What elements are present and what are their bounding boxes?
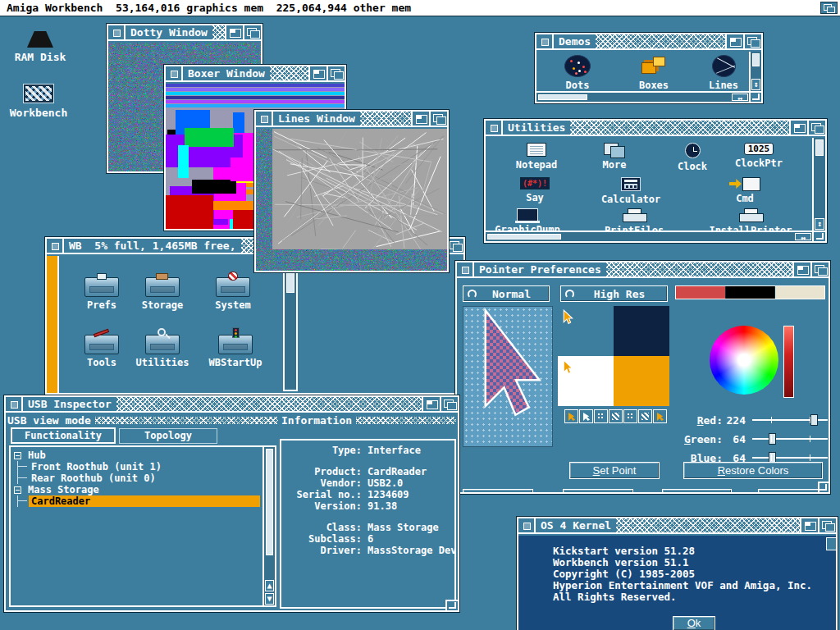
horizontal-scrollbar[interactable]: ↔	[536, 91, 749, 102]
restore-colors-button[interactable]: Restore Colors	[683, 462, 823, 479]
vertical-scroll-arrows-icon[interactable]: ↕	[815, 218, 824, 230]
vertical-scrollbar[interactable]: ↕	[812, 138, 825, 231]
depth-gadget-icon[interactable]	[326, 66, 345, 80]
wb-icon-system[interactable]: System	[201, 271, 265, 311]
zoom-gadget-icon[interactable]	[422, 397, 440, 411]
green-slider-thumb[interactable]	[769, 433, 776, 445]
close-gadget-icon[interactable]	[518, 518, 536, 532]
palette-red-swatch[interactable]	[676, 286, 726, 299]
cancel-button[interactable]: Cancel	[758, 489, 827, 492]
tab-high-res[interactable]: High Res	[560, 285, 668, 302]
titlebar-drag-area[interactable]	[116, 397, 422, 411]
wb-icon-utilities[interactable]: Utilities	[130, 328, 194, 368]
titlebar-drag-area[interactable]	[570, 121, 789, 135]
resize-gadget-icon[interactable]	[818, 482, 829, 492]
tab-normal[interactable]: Normal	[463, 285, 550, 302]
collapse-expander-icon[interactable]	[14, 486, 21, 494]
dotty-titlebar[interactable]: Dotty Window	[108, 25, 261, 41]
resize-gadget-icon[interactable]	[445, 600, 458, 610]
titlebar-drag-area[interactable]	[596, 34, 725, 48]
horizontal-scroll-arrows-icon[interactable]: ↔	[795, 233, 811, 240]
usb-titlebar[interactable]: USB Inspector	[6, 397, 458, 413]
utilities-icon-notepad[interactable]: Notepad	[500, 143, 573, 171]
resize-gadget-icon[interactable]	[749, 91, 761, 102]
tab-topology[interactable]: Topology	[119, 428, 217, 444]
resize-gadget-icon[interactable]	[812, 231, 825, 241]
pointer-tool-button-3[interactable]	[594, 409, 608, 423]
utilities-icon-clock[interactable]: Clock	[655, 143, 729, 172]
pointer-tool-button-2[interactable]	[579, 409, 593, 423]
save-button[interactable]: Save	[463, 489, 533, 492]
utilities-icon-say[interactable]: (#*)! Say	[498, 177, 572, 203]
set-point-button[interactable]: Set Point	[569, 462, 660, 479]
vertical-scroll-arrows-icon[interactable]: ↕	[751, 79, 760, 90]
wb-icon-tools[interactable]: Tools	[70, 328, 134, 368]
utilities-titlebar[interactable]: Utilities	[486, 121, 825, 136]
depth-gadget-icon[interactable]	[243, 25, 261, 39]
desktop-icon-workbench[interactable]: Workbench	[3, 84, 74, 119]
palette-cream-swatch[interactable]	[775, 286, 824, 299]
zoom-gadget-icon[interactable]	[308, 66, 326, 80]
green-slider[interactable]	[752, 432, 828, 445]
tree-vertical-scrollbar[interactable]: ▲ ▼	[262, 447, 275, 605]
demos-icon-lines[interactable]: Lines	[699, 55, 748, 91]
utilities-icon-clockptr[interactable]: 1025 ClockPtr	[721, 143, 797, 169]
left-scroll-fill-bar[interactable]	[47, 256, 59, 393]
ok-button[interactable]: Ok	[673, 616, 715, 630]
close-gadget-icon[interactable]	[486, 121, 503, 135]
depth-gadget-icon[interactable]	[810, 262, 829, 276]
close-gadget-icon[interactable]	[166, 66, 183, 80]
scroll-up-arrow-icon[interactable]: ▲	[265, 580, 274, 591]
use-button[interactable]: Use	[563, 489, 633, 492]
close-gadget-icon[interactable]	[47, 239, 64, 253]
color-intensity-slider[interactable]	[783, 326, 794, 398]
close-gadget-icon[interactable]	[108, 25, 126, 39]
horizontal-scroll-thumb[interactable]	[538, 94, 587, 100]
horizontal-scrollbar[interactable]: ↔	[486, 231, 812, 241]
horizontal-scroll-arrows-icon[interactable]: ↔	[732, 94, 748, 101]
palette-strip[interactable]	[675, 285, 825, 299]
tree-item-mass-storage[interactable]: Mass Storage	[11, 484, 275, 495]
color-wheel[interactable]	[710, 326, 778, 395]
red-slider[interactable]	[752, 413, 828, 427]
close-gadget-icon[interactable]	[457, 262, 474, 276]
depth-gadget-icon[interactable]	[429, 112, 447, 126]
pointer-edit-canvas[interactable]	[463, 306, 553, 447]
vertical-scroll-thumb[interactable]	[815, 139, 824, 156]
pointer-tool-button-4[interactable]	[609, 409, 623, 423]
vertical-scroll-thumb[interactable]	[286, 272, 294, 293]
pointer-tool-button-5[interactable]	[623, 409, 637, 423]
pointer-tool-button-6[interactable]	[638, 409, 652, 423]
zoom-gadget-icon[interactable]	[225, 25, 243, 39]
vertical-scroll-thumb[interactable]	[266, 449, 273, 555]
pointer-tool-button-1[interactable]	[564, 409, 578, 423]
pointer-tool-button-7[interactable]	[653, 409, 667, 423]
wb-icon-prefs[interactable]: Prefs	[70, 271, 134, 311]
zoom-gadget-icon[interactable]	[792, 262, 810, 276]
lines-titlebar[interactable]: Lines Window	[256, 112, 447, 127]
close-gadget-icon[interactable]	[256, 112, 273, 126]
horizontal-scroll-thumb[interactable]	[487, 234, 561, 240]
desktop-icon-ram-disk[interactable]: RAM Disk	[5, 31, 75, 63]
titlebar-drag-area[interactable]	[606, 262, 792, 276]
depth-gadget-icon[interactable]	[440, 397, 458, 411]
demos-icon-dots[interactable]: Dots	[549, 55, 606, 91]
palette-black-swatch[interactable]	[726, 286, 776, 299]
zoom-gadget-icon[interactable]	[800, 518, 818, 532]
wb-icon-storage[interactable]: Storage	[130, 271, 194, 311]
vertical-scroll-thumb[interactable]	[752, 53, 760, 66]
vertical-scrollbar[interactable]: ↕	[749, 52, 761, 91]
titlebar-drag-area[interactable]	[212, 25, 225, 39]
zoom-gadget-icon[interactable]	[411, 112, 429, 126]
demos-icon-boxes[interactable]: Boxes	[625, 55, 682, 91]
zoom-gadget-icon[interactable]	[725, 34, 743, 48]
tree-item-cardreader[interactable]: CardReader	[11, 495, 275, 507]
screen-depth-gadget-icon[interactable]	[820, 2, 838, 14]
close-gadget-icon[interactable]	[6, 397, 23, 411]
boxer-titlebar[interactable]: Boxer Window	[166, 66, 345, 82]
tab-functionality[interactable]: Functionality	[11, 427, 116, 444]
test-button[interactable]: Test	[662, 489, 732, 492]
iconify-gadget-icon[interactable]	[826, 537, 836, 550]
demos-titlebar[interactable]: Demos	[536, 34, 761, 50]
screen-menubar[interactable]: Amiga Workbench 53,164,016 graphics mem …	[0, 0, 840, 16]
